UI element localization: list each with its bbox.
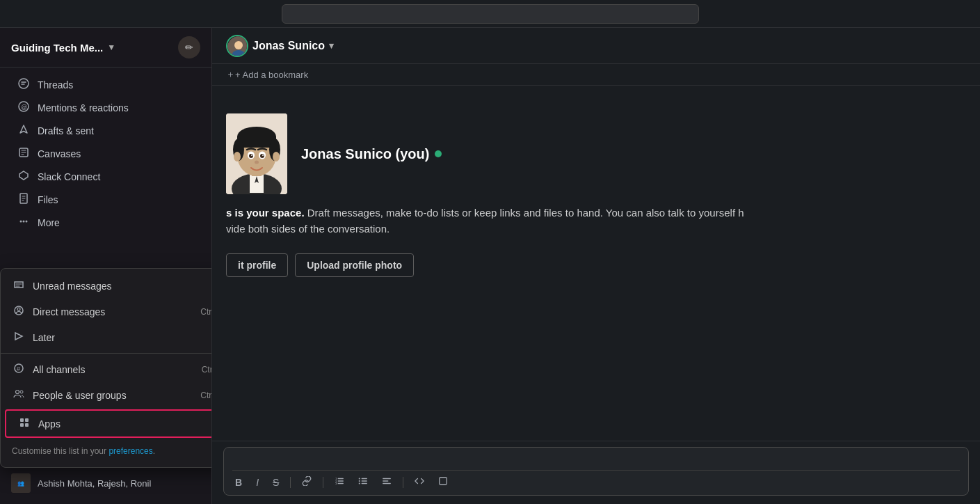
svg-rect-15 <box>20 418 24 422</box>
svg-point-45 <box>359 480 360 482</box>
dropdown-item-people-shortcut: Ctrl+Shift+E <box>200 391 212 400</box>
profile-section: Jonas Sunico (you) s is your space. Draf… <box>226 100 744 291</box>
svg-point-0 <box>19 79 29 88</box>
svg-point-38 <box>255 161 259 164</box>
profile-info: Jonas Sunico (you) <box>301 146 442 162</box>
message-input-area: B I S 1.2.3. <box>212 441 980 504</box>
dropdown-item-later[interactable]: Later <box>1 324 212 350</box>
profile-avatar <box>226 113 287 194</box>
dropdown-item-direct-label: Direct messages <box>33 306 105 317</box>
channel-name: Jonas Sunico <box>252 40 325 52</box>
more-toolbar-button[interactable] <box>435 475 451 489</box>
svg-point-46 <box>359 482 360 484</box>
dropdown-item-people-left: People & user groups <box>12 388 127 402</box>
svg-point-10 <box>17 308 20 310</box>
profile-desc-bold: s is your space. <box>226 207 305 219</box>
svg-text:3.: 3. <box>335 482 338 485</box>
dropdown-footer-link[interactable]: preferences <box>109 446 152 456</box>
svg-rect-17 <box>20 423 24 427</box>
ordered-list-button[interactable]: 1.2.3. <box>332 475 347 489</box>
workspace-name[interactable]: Guiding Tech Me... ▼ <box>11 42 115 54</box>
dropdown-item-unread-left: Unread messages <box>12 279 112 292</box>
files-icon <box>17 193 31 207</box>
search-input[interactable] <box>282 4 699 24</box>
sidebar-item-files[interactable]: Files <box>6 189 206 211</box>
svg-rect-47 <box>440 478 447 485</box>
svg-point-37 <box>262 155 264 156</box>
add-bookmark-icon: ＋ <box>226 68 235 81</box>
link-button[interactable] <box>299 475 314 489</box>
sidebar-item-mentions[interactable]: @ Mentions & reactions <box>6 97 206 119</box>
svg-rect-16 <box>25 418 29 422</box>
svg-rect-18 <box>25 423 29 427</box>
sidebar-item-threads-label: Threads <box>38 79 73 90</box>
apps-icon <box>17 417 31 430</box>
main-content: Jonas Sunico ▾ ＋ + Add a bookmark <box>212 28 980 504</box>
sidebar-item-threads[interactable]: Threads <box>6 74 206 96</box>
bookmarks-bar: ＋ + Add a bookmark <box>212 64 980 86</box>
profile-description: s is your space. Draft messages, make to… <box>226 205 744 237</box>
channel-avatar <box>226 35 248 57</box>
dropdown-menu: Unread messages Direct messages Ctrl+Shi… <box>0 268 212 468</box>
sidebar-item-more-label: More <box>38 217 60 228</box>
unordered-list-button[interactable] <box>355 475 371 489</box>
workspace-chevron-icon: ▼ <box>107 42 115 52</box>
online-status-indicator <box>435 150 442 157</box>
dropdown-item-apps[interactable]: Apps <box>5 409 212 438</box>
message-input-wrapper: B I S 1.2.3. <box>223 447 969 496</box>
top-bar <box>0 0 980 28</box>
sidebar-item-slack-connect[interactable]: Slack Connect <box>6 166 206 188</box>
upload-photo-button[interactable]: Upload profile photo <box>295 253 414 277</box>
profile-name: Jonas Sunico (you) <box>301 146 442 162</box>
bold-button[interactable]: B <box>232 475 245 489</box>
svg-point-34 <box>249 154 253 158</box>
sidebar-item-drafts[interactable]: Drafts & sent <box>6 120 206 142</box>
direct-messages-icon <box>12 305 26 318</box>
dropdown-item-unread[interactable]: Unread messages <box>1 273 212 299</box>
toolbar-separator-1 <box>290 477 291 488</box>
svg-point-7 <box>23 221 25 223</box>
sidebar-item-mentions-label: Mentions & reactions <box>38 102 129 113</box>
svg-point-44 <box>359 478 360 479</box>
message-input[interactable] <box>232 453 960 470</box>
dropdown-footer: Customise this list in your preferences. <box>1 439 212 463</box>
indent-button[interactable] <box>379 475 394 489</box>
code-button[interactable] <box>412 475 427 489</box>
message-area: Jonas Sunico (you) s is your space. Draf… <box>212 86 980 441</box>
user-avatar-2: 👥 <box>11 473 31 493</box>
italic-button[interactable]: I <box>253 475 262 489</box>
sidebar-item-canvases[interactable]: Canvases <box>6 143 206 165</box>
svg-point-13 <box>16 391 19 394</box>
drafts-icon <box>17 124 31 138</box>
profile-header: Jonas Sunico (you) <box>226 113 744 194</box>
edit-button[interactable]: ✏ <box>178 36 200 58</box>
later-icon <box>12 331 26 344</box>
dropdown-item-direct-shortcut: Ctrl+Shift+K <box>200 307 212 317</box>
sidebar-item-more[interactable]: More <box>6 212 206 234</box>
user-item-2-label: Ashish Mohta, Rajesh, Ronil <box>38 478 151 489</box>
add-bookmark-button[interactable]: ＋ + Add a bookmark <box>226 68 308 81</box>
user-item-2[interactable]: 👥 Ashish Mohta, Rajesh, Ronil <box>0 468 211 498</box>
dropdown-footer-text: Customise this list in your <box>12 446 109 456</box>
svg-point-20 <box>234 41 243 49</box>
dropdown-item-channels-left: # All channels <box>12 363 86 376</box>
channel-title[interactable]: Jonas Sunico ▾ <box>226 35 334 57</box>
strikethrough-button[interactable]: S <box>270 475 282 489</box>
toolbar-separator-2 <box>323 477 323 488</box>
profile-actions: it profile Upload profile photo <box>226 253 744 277</box>
dropdown-item-channels-shortcut: Ctrl+Shift+L <box>202 365 212 375</box>
channel-chevron-icon: ▾ <box>329 40 334 51</box>
dropdown-item-channels[interactable]: # All channels Ctrl+Shift+L <box>1 356 212 382</box>
profile-avatar-svg <box>226 113 287 194</box>
dropdown-item-unread-label: Unread messages <box>33 281 112 292</box>
threads-icon <box>17 78 31 92</box>
dropdown-item-direct-left: Direct messages <box>12 305 105 318</box>
dropdown-item-apps-left: Apps <box>17 417 61 430</box>
dropdown-item-later-label: Later <box>33 332 55 343</box>
dropdown-item-people[interactable]: People & user groups Ctrl+Shift+E <box>1 382 212 408</box>
svg-point-8 <box>26 221 28 223</box>
dropdown-item-direct[interactable]: Direct messages Ctrl+Shift+K <box>1 299 212 324</box>
edit-profile-button[interactable]: it profile <box>226 253 288 277</box>
channel-header: Jonas Sunico ▾ <box>212 28 980 64</box>
dropdown-item-people-label: People & user groups <box>33 390 127 401</box>
